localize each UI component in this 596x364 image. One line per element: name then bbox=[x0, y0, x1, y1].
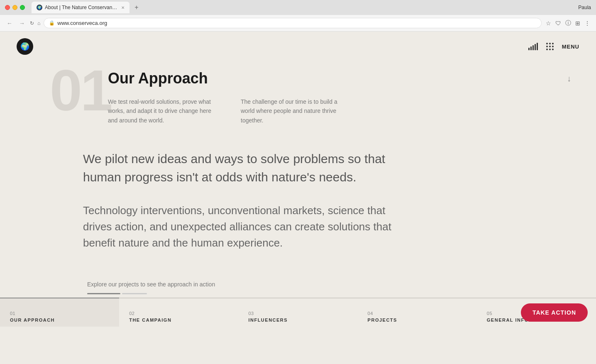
section-descriptions: We test real-world solutions, prove what… bbox=[108, 97, 349, 125]
bottom-section: Explore our projects to see the approach… bbox=[0, 280, 596, 327]
nav-label-1: OUR APPROACH bbox=[10, 318, 109, 322]
close-button[interactable] bbox=[5, 5, 10, 10]
tab-title: About | The Nature Conservan… bbox=[45, 5, 117, 10]
more-button[interactable]: ⋮ bbox=[584, 19, 591, 27]
grid-dot bbox=[546, 49, 548, 50]
new-tab-button[interactable]: + bbox=[133, 4, 140, 11]
grid-dot bbox=[549, 49, 551, 50]
site-header: 🌍 MENU bbox=[0, 32, 596, 61]
info-button[interactable]: ⓘ bbox=[564, 19, 572, 28]
bottom-nav: 01 OUR APPROACH 02 THE CAMPAIGN 03 INFLU… bbox=[0, 298, 596, 327]
nav-label-4: PROJECTS bbox=[368, 318, 467, 322]
progress-area bbox=[87, 293, 596, 294]
secondary-quote: Technology interventions, unconventional… bbox=[83, 203, 407, 251]
signal-bar-1 bbox=[528, 48, 530, 50]
nav-num-4: 04 bbox=[368, 311, 467, 316]
scroll-down-button[interactable]: ↓ bbox=[567, 74, 571, 83]
section-header: 01 Our Approach We test real-world solut… bbox=[83, 70, 513, 125]
browser-tab[interactable]: 🌍 About | The Nature Conservan… ✕ bbox=[32, 2, 129, 13]
address-bar[interactable]: 🔒 www.conserveca.org bbox=[44, 18, 542, 28]
section-desc-1: We test real-world solutions, prove what… bbox=[108, 97, 216, 125]
section-number-background: 01 bbox=[50, 61, 111, 120]
site-logo[interactable]: 🌍 bbox=[17, 38, 33, 55]
layers-icon[interactable]: ⊞ bbox=[574, 19, 581, 27]
grid-icon bbox=[546, 43, 554, 50]
section-desc-2: The challenge of our time is to build a … bbox=[241, 97, 349, 125]
url-text: www.conserveca.org bbox=[57, 20, 107, 26]
traffic-lights bbox=[5, 5, 25, 10]
grid-dot bbox=[552, 49, 554, 50]
progress-bar-inactive bbox=[122, 293, 147, 294]
website-content: 🌍 MENU bbox=[0, 32, 596, 364]
grid-dot bbox=[549, 46, 551, 47]
grid-dot bbox=[552, 46, 554, 47]
toolbar-actions: ☆ 🛡 ⓘ ⊞ ⋮ bbox=[545, 19, 591, 28]
main-quote-section: We pilot new ideas and ways to solve pro… bbox=[83, 142, 513, 264]
nav-label-3: INFLUENCERS bbox=[248, 318, 347, 322]
grid-dot bbox=[549, 43, 551, 44]
lock-icon: 🔒 bbox=[49, 20, 55, 26]
signal-bar-3 bbox=[532, 45, 534, 50]
maximize-button[interactable] bbox=[20, 5, 25, 10]
nav-num-3: 03 bbox=[248, 311, 347, 316]
grid-dot bbox=[546, 46, 548, 47]
nav-num-2: 02 bbox=[129, 311, 228, 316]
signal-bar-2 bbox=[530, 46, 532, 50]
bookmark-button[interactable]: ☆ bbox=[545, 19, 552, 27]
explore-label: Explore our projects to see the approach… bbox=[87, 280, 596, 289]
home-button[interactable]: ⌂ bbox=[37, 20, 40, 26]
browser-chrome: 🌍 About | The Nature Conservan… ✕ + Paul… bbox=[0, 0, 596, 32]
bottom-nav-item-projects[interactable]: 04 PROJECTS bbox=[358, 298, 477, 327]
browser-toolbar: ← → ↻ ⌂ 🔒 www.conserveca.org ☆ 🛡 ⓘ ⊞ ⋮ bbox=[0, 15, 596, 32]
tab-favicon: 🌍 bbox=[37, 5, 42, 10]
refresh-button[interactable]: ↻ bbox=[30, 20, 34, 26]
site-nav-right: MENU bbox=[528, 43, 579, 50]
section-title-area: Our Approach We test real-world solution… bbox=[108, 70, 349, 125]
signal-bar-5 bbox=[537, 43, 538, 50]
signal-bar-4 bbox=[535, 44, 536, 50]
grid-dot bbox=[552, 43, 554, 44]
nav-label-2: THE CAMPAIGN bbox=[129, 318, 228, 322]
logo-icon: 🌍 bbox=[20, 42, 29, 51]
bottom-nav-item-campaign[interactable]: 02 THE CAMPAIGN bbox=[119, 298, 238, 327]
shield-icon[interactable]: 🛡 bbox=[554, 19, 562, 27]
forward-button[interactable]: → bbox=[17, 19, 27, 27]
nav-num-1: 01 bbox=[10, 311, 109, 316]
bottom-nav-item-influencers[interactable]: 03 INFLUENCERS bbox=[238, 298, 357, 327]
browser-titlebar: 🌍 About | The Nature Conservan… ✕ + Paul… bbox=[0, 0, 596, 15]
progress-bar-active bbox=[87, 293, 120, 294]
main-content: 01 Our Approach We test real-world solut… bbox=[0, 61, 596, 272]
user-name: Paula bbox=[578, 5, 591, 10]
take-action-button[interactable]: TAKE ACTION bbox=[521, 303, 588, 322]
signal-bars-icon bbox=[528, 43, 538, 50]
tab-close-button[interactable]: ✕ bbox=[121, 5, 125, 10]
bottom-nav-item-our-approach[interactable]: 01 OUR APPROACH bbox=[0, 298, 119, 327]
grid-dot bbox=[546, 43, 548, 44]
main-quote: We pilot new ideas and ways to solve pro… bbox=[83, 150, 407, 186]
back-button[interactable]: ← bbox=[5, 19, 14, 27]
section-title: Our Approach bbox=[108, 70, 349, 87]
minimize-button[interactable] bbox=[12, 5, 17, 10]
menu-button[interactable]: MENU bbox=[562, 44, 579, 50]
